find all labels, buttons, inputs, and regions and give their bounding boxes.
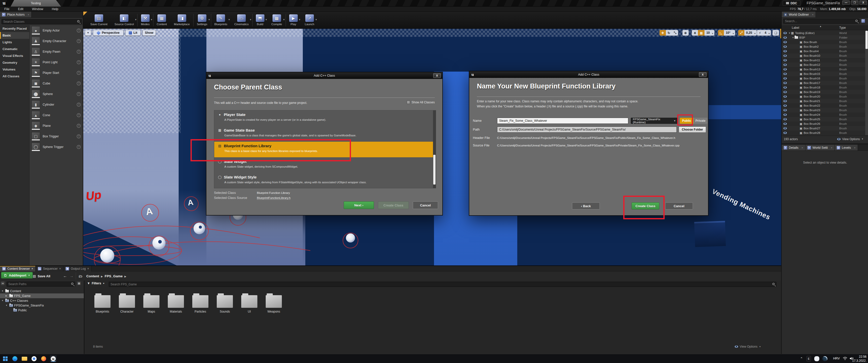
- discord-icon[interactable]: [813, 356, 820, 362]
- outliner-search-input[interactable]: [783, 19, 860, 24]
- expander-icon[interactable]: ▼: [788, 32, 791, 34]
- path-input[interactable]: [497, 127, 677, 133]
- chevron-down-icon[interactable]: ▼: [135, 19, 137, 21]
- unreal-editor-taskbar-icon[interactable]: u: [50, 356, 57, 362]
- place-actor-item[interactable]: ♙ Empty Pawn ?: [30, 46, 83, 57]
- chevron-down-icon[interactable]: ▼: [732, 33, 735, 36]
- rotation-snap-icon[interactable]: ◺: [718, 30, 724, 36]
- viewport-options-dropdown[interactable]: ▼: [85, 30, 91, 36]
- move-tool-icon[interactable]: ✥: [659, 30, 665, 36]
- scrollbar[interactable]: [865, 31, 868, 135]
- outliner-view-options[interactable]: View Options ▼: [837, 137, 864, 141]
- place-actor-item[interactable]: ◯ Sphere Trigger ?: [30, 142, 83, 152]
- chrome-icon[interactable]: [31, 356, 37, 362]
- asset-folder[interactable]: Character: [116, 295, 138, 314]
- help-icon[interactable]: ?: [77, 113, 81, 117]
- visibility-eye-icon[interactable]: [783, 86, 787, 89]
- details-panel-tab[interactable]: ▤ Levels ×: [835, 145, 858, 151]
- chevron-down-icon[interactable]: ▼: [228, 19, 230, 21]
- content-tree-row[interactable]: ▼ Content: [0, 289, 84, 293]
- visibility-eye-icon[interactable]: [783, 36, 787, 39]
- back-button[interactable]: ‹ Back: [572, 202, 600, 209]
- visibility-eye-icon[interactable]: [783, 77, 787, 80]
- place-actor-item[interactable]: ▲ Cone ?: [30, 110, 83, 121]
- rotate-tool-icon[interactable]: ↻: [666, 30, 672, 36]
- epic-games-icon[interactable]: E: [805, 356, 812, 362]
- outliner-row[interactable]: ▣ Box Brush28 Brush: [782, 131, 865, 135]
- place-actor-item[interactable]: ♟ Empty Character ?: [30, 36, 83, 46]
- visibility-eye-icon[interactable]: [783, 104, 787, 107]
- place-actors-category[interactable]: Geometry: [0, 59, 29, 66]
- cancel-button[interactable]: Cancel: [413, 201, 438, 209]
- close-tab-icon[interactable]: ×: [87, 267, 89, 270]
- expander-icon[interactable]: ▼: [1, 290, 4, 292]
- outliner-row[interactable]: ▣ Box Brush16 Brush: [782, 76, 865, 81]
- toolbar-button[interactable]: ◨ Marketplace ▼: [171, 12, 193, 28]
- chevron-down-icon[interactable]: ▼: [754, 33, 757, 36]
- grid-snap-icon[interactable]: ▦: [698, 30, 705, 36]
- private-toggle[interactable]: Private: [693, 118, 708, 124]
- help-icon[interactable]: ?: [77, 103, 81, 107]
- snap-axis-icon[interactable]: ⋔: [692, 30, 698, 36]
- chevron-down-icon[interactable]: ▼: [150, 19, 153, 21]
- visibility-eye-icon[interactable]: [783, 73, 787, 75]
- parent-class-item[interactable]: ◯Slate Widget Style A custom Slate widge…: [214, 173, 436, 188]
- save-all-button[interactable]: ▤Save All: [33, 274, 50, 278]
- breadcrumb-item[interactable]: Content▶: [86, 274, 105, 278]
- help-icon[interactable]: ?: [77, 145, 81, 149]
- label-column-header[interactable]: Label: [792, 26, 799, 30]
- sources-toggle-icon[interactable]: ≔: [1, 282, 4, 285]
- toolbar-button[interactable]: ▦ Content ▼: [154, 12, 170, 28]
- next-button[interactable]: Next ›: [344, 201, 374, 209]
- visibility-eye-icon[interactable]: [783, 50, 787, 53]
- asset-folder[interactable]: Weapons: [262, 295, 285, 314]
- toolbar-button[interactable]: ⚙ Settings ▼: [194, 12, 211, 28]
- visibility-eye-icon[interactable]: [783, 64, 787, 66]
- view-mode-button[interactable]: Lit: [125, 30, 141, 36]
- content-tree-row[interactable]: ▼ FPSGame_SteamFix: [0, 303, 84, 308]
- outliner-row[interactable]: ▣ Box Brush26 Brush: [782, 122, 865, 126]
- place-actors-tab[interactable]: ✦ Place Actors ×: [0, 11, 32, 18]
- close-dialog-button[interactable]: X: [699, 72, 707, 77]
- visibility-eye-icon[interactable]: [783, 95, 787, 98]
- hidden-icons-chevron[interactable]: ⌃: [800, 357, 803, 361]
- maximize-icon[interactable]: ❏: [773, 30, 779, 36]
- outliner-row[interactable]: ▣ Box Brush2 Brush: [782, 44, 865, 49]
- chevron-down-icon[interactable]: ▼: [299, 19, 301, 21]
- help-icon[interactable]: ?: [77, 60, 81, 64]
- module-dropdown[interactable]: FPSGame_SteamFix (Runtime)▼: [631, 118, 678, 124]
- visibility-eye-icon[interactable]: [783, 100, 787, 102]
- visibility-eye-icon[interactable]: [783, 91, 787, 93]
- close-tab-icon[interactable]: ×: [28, 13, 29, 16]
- outliner-row[interactable]: ▣ Box Brush24 Brush: [782, 112, 865, 117]
- outliner-row[interactable]: ▣ Box Brush17 Brush: [782, 81, 865, 85]
- place-actors-category[interactable]: Basic: [0, 32, 29, 39]
- explorer-icon[interactable]: [21, 356, 28, 362]
- help-icon[interactable]: ?: [77, 124, 81, 128]
- asset-folder[interactable]: Maps: [140, 295, 163, 314]
- cb-view-options[interactable]: View Options ▼: [735, 345, 761, 349]
- visibility-eye-icon[interactable]: [783, 109, 787, 111]
- place-actor-item[interactable]: ☀ Point Light ?: [30, 57, 83, 68]
- outliner-row[interactable]: ▣ Box Brush21 Brush: [782, 99, 865, 103]
- help-icon[interactable]: ?: [77, 29, 81, 33]
- toolbar-button[interactable]: ▭ Cinematics ▼: [231, 12, 252, 28]
- outliner-row[interactable]: ▣ Box Brush27 Brush: [782, 126, 865, 131]
- world-outliner-tab[interactable]: ≣ World Outliner ×: [782, 11, 816, 18]
- asset-folder[interactable]: Blueprints: [91, 295, 114, 314]
- outliner-row[interactable]: ▼ ▦ Testing (Editor) World: [782, 31, 865, 35]
- forward-arrow-icon[interactable]: →: [70, 274, 74, 278]
- scale-tool-icon[interactable]: ⤡: [672, 30, 678, 36]
- place-actor-item[interactable]: ⬤ Sphere ?: [30, 89, 83, 99]
- toolbar-button[interactable]: ⚒ Modes ▼: [138, 12, 153, 28]
- wifi-icon[interactable]: [843, 357, 847, 360]
- camera-speed-icon[interactable]: ⚡: [757, 30, 763, 36]
- place-actors-category[interactable]: Lights: [0, 39, 29, 45]
- back-arrow-icon[interactable]: ←: [63, 274, 67, 278]
- filters-button[interactable]: ▼ Filters ▼: [87, 282, 105, 285]
- class-name-input[interactable]: [497, 118, 628, 124]
- chevron-down-icon[interactable]: ▼: [265, 19, 268, 21]
- close-tab-icon[interactable]: ×: [801, 146, 803, 149]
- toolbar-button[interactable]: ▩ Compile ▼: [269, 12, 285, 28]
- ddc-button[interactable]: DDC: [783, 0, 800, 6]
